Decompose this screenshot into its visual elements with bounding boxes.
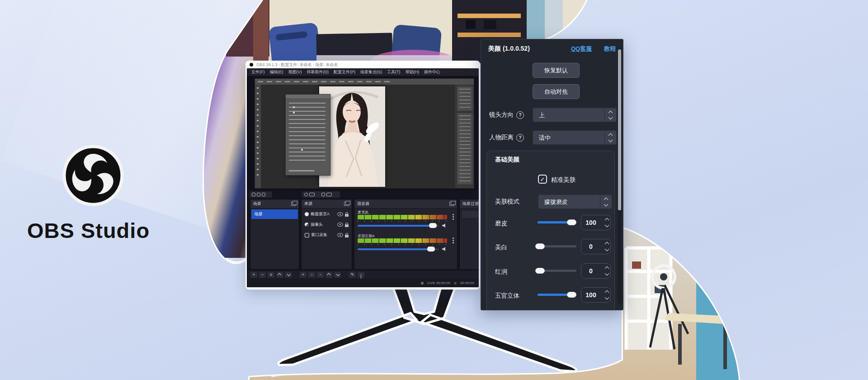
- precise-skin-checkbox[interactable]: ✓: [538, 175, 547, 184]
- skin-mode-select[interactable]: 朦胧磨皮: [538, 195, 612, 209]
- ellipse-source-icon: [305, 212, 309, 216]
- smoothing-value[interactable]: 100: [581, 215, 611, 230]
- source-item[interactable]: 摄像头: [302, 220, 351, 229]
- stepper-icon[interactable]: [605, 215, 609, 230]
- lock-icon[interactable]: [345, 224, 349, 227]
- mixer-menu-icon[interactable]: [453, 238, 454, 239]
- speaker-icon[interactable]: [442, 247, 445, 251]
- visibility-icon[interactable]: [337, 233, 343, 237]
- menu-edit[interactable]: 编辑(E): [270, 69, 283, 75]
- person-distance-select[interactable]: 适中: [533, 130, 617, 145]
- help-icon[interactable]: ?: [516, 134, 524, 142]
- ps-options-bar: [255, 79, 474, 85]
- monitor: OBS 29.1.3 - 配置文件: 未命名 - 场景: 未命名 文件(F) 编…: [245, 61, 480, 290]
- spinner-icon[interactable]: [604, 108, 616, 122]
- menu-docks[interactable]: 停靠部件(D): [307, 69, 329, 75]
- mixer-channel-name: 麦克风: [358, 210, 368, 215]
- scene-filters-button[interactable]: ≡: [268, 272, 274, 278]
- mixer-channel-name: 桌面音频A: [358, 233, 374, 238]
- volume-slider[interactable]: [358, 248, 439, 250]
- scene-item-selected[interactable]: 场景: [251, 209, 298, 219]
- sources-options-icon[interactable]: [344, 202, 349, 206]
- live-timer: LIVE 00:00:00: [427, 281, 450, 285]
- source-properties-button[interactable]: ◦: [317, 272, 324, 278]
- scene-down-button[interactable]: [285, 272, 292, 278]
- page: OBS Studio OBS 29.1.3 - 配置文件: 未命名 - 场景: …: [0, 0, 868, 380]
- remove-source-button[interactable]: −: [308, 272, 315, 278]
- rosy-slider[interactable]: [538, 270, 576, 272]
- slider-knob[interactable]: [567, 292, 576, 298]
- more-button[interactable]: [358, 272, 364, 278]
- preview-area: [247, 76, 479, 190]
- slider-knob[interactable]: [535, 268, 545, 274]
- visibility-icon[interactable]: [337, 223, 343, 227]
- menu-scene-collection[interactable]: 场景集合(S): [360, 69, 382, 75]
- scene-up-button[interactable]: [276, 272, 283, 278]
- lock-icon[interactable]: [345, 214, 349, 217]
- restore-defaults-button[interactable]: 恢复默认: [533, 63, 580, 78]
- menu-bar: 文件(F) 编辑(E) 视图(V) 停靠部件(D) 配置文件(P) 场景集合(S…: [247, 68, 479, 76]
- menu-file[interactable]: 文件(F): [251, 69, 265, 75]
- precise-skin-label: 精准美肤: [551, 176, 576, 184]
- dock-tab[interactable]: [250, 191, 272, 198]
- spinner-icon[interactable]: [604, 131, 616, 144]
- slider-knob[interactable]: [567, 219, 576, 225]
- qq-support-link[interactable]: QQ客服: [571, 45, 592, 53]
- remove-scene-button[interactable]: −: [259, 272, 266, 278]
- stepper-icon[interactable]: [605, 288, 609, 302]
- menu-tools[interactable]: 工具(T): [387, 69, 401, 75]
- scrollbar-thumb[interactable]: [618, 49, 621, 210]
- scenes-options-icon[interactable]: [291, 202, 296, 206]
- ps-toolbar: [255, 85, 261, 189]
- spinner-icon[interactable]: [600, 195, 612, 209]
- autofocus-button[interactable]: 自动对焦: [533, 84, 580, 99]
- face-3d-value[interactable]: 100: [581, 287, 611, 303]
- ps-right-panels: [455, 85, 474, 189]
- whitening-slider[interactable]: [538, 245, 576, 247]
- volume-slider[interactable]: [358, 225, 439, 227]
- source-up-button[interactable]: [326, 272, 332, 278]
- menu-plugin-center[interactable]: 插件中心: [424, 69, 440, 75]
- sources-title: 来源: [304, 201, 312, 207]
- speaker-icon[interactable]: [442, 223, 445, 228]
- source-item[interactable]: 椭圆遮罩A: [302, 209, 351, 219]
- beauty-panel: 美颜 (1.0.0.52) QQ客服 教程 恢复默认 自动对焦 镜头方向 ? 上…: [481, 39, 623, 310]
- mixer-menu-icon[interactable]: [453, 214, 454, 215]
- source-down-button[interactable]: [334, 272, 341, 278]
- layout-tab-1[interactable]: [302, 191, 321, 198]
- add-source-button[interactable]: +: [300, 272, 307, 278]
- edit-button[interactable]: ✎: [349, 272, 356, 278]
- visibility-icon[interactable]: [337, 212, 343, 216]
- rosy-value[interactable]: 0: [581, 263, 611, 279]
- panel-scrollbar[interactable]: [618, 48, 622, 304]
- menu-profile[interactable]: 配置文件(P): [334, 69, 355, 75]
- sources-dock: 来源 椭圆遮罩A 摄像头: [301, 199, 352, 270]
- transitions-title: 场景过渡: [462, 201, 479, 207]
- transition-select[interactable]: [462, 210, 479, 218]
- add-scene-button[interactable]: +: [250, 272, 257, 278]
- layout-tab-2[interactable]: [319, 191, 340, 198]
- mixer-options-icon[interactable]: [449, 202, 454, 206]
- basic-beauty-group: 基础美颜 ✓ 精准美肤 美肤模式 朦胧磨皮 磨皮 100 美白 0: [486, 151, 615, 310]
- menu-help[interactable]: 帮助(H): [406, 69, 420, 75]
- slider-knob[interactable]: [535, 243, 545, 249]
- stepper-icon[interactable]: [605, 239, 609, 254]
- window-title: OBS 29.1.3 - 配置文件: 未命名 - 场景: 未命名: [256, 62, 338, 68]
- obs-logo: [61, 144, 125, 207]
- smoothing-slider[interactable]: [538, 221, 576, 223]
- lock-icon[interactable]: [345, 235, 349, 238]
- tutorial-link[interactable]: 教程: [604, 45, 616, 53]
- whitening-value[interactable]: 0: [581, 239, 611, 254]
- docks-area: 场景 场景 来源 椭圆遮罩A: [247, 190, 479, 271]
- source-item[interactable]: 窗口采集: [302, 230, 351, 240]
- smoothing-label: 磨皮: [495, 219, 507, 228]
- help-icon[interactable]: ?: [516, 111, 524, 119]
- audio-meter: [358, 238, 447, 243]
- beauty-panel-title: 美颜 (1.0.0.52): [488, 45, 530, 53]
- lens-direction-select[interactable]: 上: [533, 108, 617, 122]
- stream-status-icon: [421, 282, 424, 285]
- menu-view[interactable]: 视图(V): [288, 69, 302, 75]
- face-3d-label: 五官立体: [495, 292, 519, 300]
- face-3d-slider[interactable]: [538, 294, 576, 296]
- stepper-icon[interactable]: [605, 264, 609, 278]
